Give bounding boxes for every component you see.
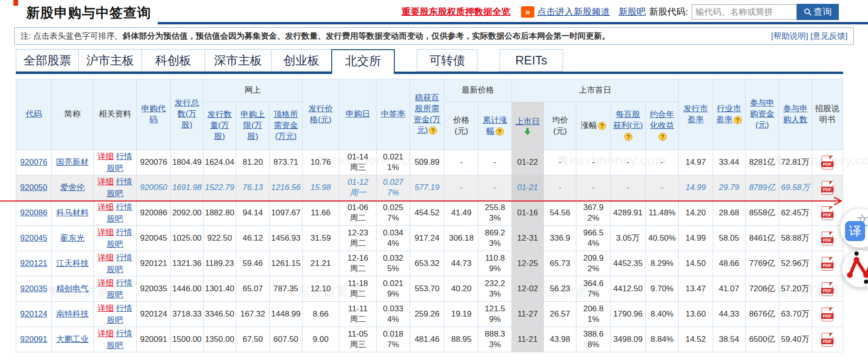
quote-link[interactable]: 行情 — [116, 228, 132, 237]
cell-code[interactable]: 920086 — [16, 201, 52, 226]
col-header-cum_gain[interactable]: 累计涨幅? — [478, 102, 511, 150]
pdf-icon[interactable]: PDF — [822, 156, 833, 169]
tab-chinext[interactable]: 创业板 — [271, 49, 332, 72]
col-header-industry_pe[interactable]: 行业市盈率? — [713, 79, 745, 150]
cell-name[interactable]: 大鹏工业 — [52, 327, 93, 352]
cell-related[interactable]: 详细 行情 股吧 — [93, 276, 136, 302]
quote-link[interactable]: 行情 — [116, 177, 132, 186]
search-input[interactable] — [692, 4, 797, 20]
name-link[interactable]: 国亮新材 — [56, 158, 89, 167]
code-link[interactable]: 920121 — [20, 259, 47, 268]
cell-name[interactable]: 国亮新材 — [52, 150, 93, 175]
question-icon[interactable]: ? — [429, 127, 437, 135]
name-link[interactable]: 南特科技 — [56, 309, 89, 318]
code-link[interactable]: 920086 — [20, 208, 47, 217]
question-icon[interactable]: ? — [734, 116, 742, 124]
tab-convertible[interactable]: 可转债 — [417, 49, 477, 72]
cell-prospectus[interactable]: PDF — [812, 150, 843, 175]
new-stock-channel-link[interactable]: 点击进入新股频道 — [537, 6, 610, 18]
col-header-online_issue[interactable]: 发行数量(万股) — [203, 102, 236, 150]
cell-related[interactable]: 详细 行情 股吧 — [93, 251, 136, 276]
cell-related[interactable]: 详细 行情 股吧 — [93, 201, 136, 226]
detail-link[interactable]: 详细 — [98, 253, 114, 262]
cell-name[interactable]: 南特科技 — [52, 302, 93, 327]
question-icon[interactable]: ? — [624, 133, 632, 141]
new-stock-bar-link[interactable]: 新股吧 — [618, 6, 646, 18]
detail-link[interactable]: 详细 — [98, 152, 114, 161]
question-icon[interactable]: ? — [496, 127, 504, 136]
name-link[interactable]: 蘅东光 — [60, 233, 85, 243]
detail-link[interactable]: 详细 — [98, 202, 114, 212]
col-header-sub_limit[interactable]: 申购上限(万股) — [236, 102, 270, 150]
cell-prospectus[interactable]: PDF — [812, 302, 843, 327]
name-link[interactable]: 江天科技 — [56, 259, 89, 268]
cell-code[interactable]: 920121 — [16, 251, 52, 276]
pdf-icon[interactable]: PDF — [822, 282, 833, 296]
cell-code[interactable]: 920076 — [16, 150, 52, 175]
name-link[interactable]: 科马材料 — [56, 208, 89, 217]
col-header-total_issue[interactable]: 发行总数(万股) — [171, 79, 203, 150]
col-header-max_fund[interactable]: 顶格所需资金(万元) — [270, 102, 302, 150]
question-icon[interactable]: ? — [659, 133, 667, 141]
guba-link[interactable]: 股吧 — [107, 265, 123, 274]
cell-related[interactable]: 详细 行情 股吧 — [93, 302, 136, 327]
guba-link[interactable]: 股吧 — [107, 164, 123, 173]
name-link[interactable]: 精创电气 — [56, 284, 89, 293]
col-header-issue_pe[interactable]: 发行市盈率 — [679, 79, 713, 150]
cell-prospectus[interactable]: PDF — [812, 251, 843, 276]
quote-link[interactable]: 行情 — [116, 202, 132, 212]
cell-code[interactable]: 920035 — [16, 276, 52, 302]
pdf-icon[interactable]: PDF — [822, 181, 833, 195]
detail-link[interactable]: 详细 — [98, 329, 114, 338]
col-header-annual[interactable]: 约合年化收益? — [645, 102, 678, 150]
cell-prospectus[interactable]: PDF — [812, 226, 843, 251]
cell-prospectus[interactable]: PDF — [812, 327, 843, 352]
col-header-sub_date[interactable]: 申购日 — [339, 79, 377, 150]
pdf-icon[interactable]: PDF — [822, 333, 833, 347]
code-link[interactable]: 920035 — [20, 284, 47, 293]
guba-link[interactable]: 股吧 — [107, 341, 123, 350]
cell-prospectus[interactable]: PDF — [812, 276, 843, 302]
code-link[interactable]: 920050 — [20, 183, 47, 192]
pdf-icon[interactable]: PDF — [822, 232, 833, 245]
tab-bse[interactable]: 北交所 — [331, 49, 395, 74]
detail-link[interactable]: 详细 — [98, 228, 114, 237]
code-link[interactable]: 920076 — [20, 158, 47, 167]
detail-link[interactable]: 详细 — [98, 278, 114, 287]
quote-link[interactable]: 行情 — [116, 329, 132, 338]
cell-code[interactable]: 920124 — [16, 302, 52, 327]
cell-name[interactable]: 江天科技 — [52, 251, 93, 276]
col-header-sub_fund[interactable]: 参与申购资金(元) — [745, 79, 779, 150]
tab-star[interactable]: 科创板 — [141, 49, 205, 72]
col-header-issue_price[interactable]: 发行价格(元) — [302, 79, 339, 150]
tab-all[interactable]: 全部股票 — [16, 49, 79, 72]
guba-link[interactable]: 股吧 — [107, 290, 123, 299]
cell-related[interactable]: 详细 行情 股吧 — [93, 327, 136, 352]
feedback-link[interactable]: [意见反馈] — [811, 32, 847, 41]
code-link[interactable]: 920045 — [20, 233, 47, 243]
translate-widget[interactable]: 文 译 — [840, 209, 868, 248]
pdf-icon[interactable]: PDF — [822, 257, 833, 271]
guba-link[interactable]: 股吧 — [107, 189, 123, 198]
code-link[interactable]: 920091 — [20, 335, 47, 344]
pdf-icon[interactable]: PDF — [822, 206, 833, 220]
graph-extension-widget[interactable] — [842, 250, 868, 287]
detail-link[interactable]: 详细 — [98, 177, 114, 186]
guba-link[interactable]: 股吧 — [107, 316, 123, 325]
quote-link[interactable]: 行情 — [116, 304, 132, 313]
cell-related[interactable]: 详细 行情 股吧 — [93, 175, 136, 201]
col-header-profit_100[interactable]: 每百股获利(元)? — [610, 102, 645, 150]
code-link[interactable]: 920124 — [20, 309, 47, 318]
search-button[interactable]: 查询 — [797, 4, 839, 20]
pledge-data-link[interactable]: 重要股东股权质押数据全览 — [401, 6, 510, 18]
tab-sz-main[interactable]: 深市主板 — [205, 49, 271, 72]
question-icon[interactable]: ? — [598, 122, 606, 130]
col-header-list_date[interactable]: 上市日 — [511, 102, 543, 150]
quote-link[interactable]: 行情 — [116, 152, 132, 161]
help-link[interactable]: [帮助说明] — [771, 32, 808, 41]
cell-name[interactable]: 爱舍伦 — [52, 175, 93, 201]
tab-reits[interactable]: REITs — [499, 49, 563, 72]
col-header-code[interactable]: 代码 — [16, 79, 52, 150]
cell-code[interactable]: 920091 — [16, 327, 52, 352]
detail-link[interactable]: 详细 — [98, 304, 114, 313]
